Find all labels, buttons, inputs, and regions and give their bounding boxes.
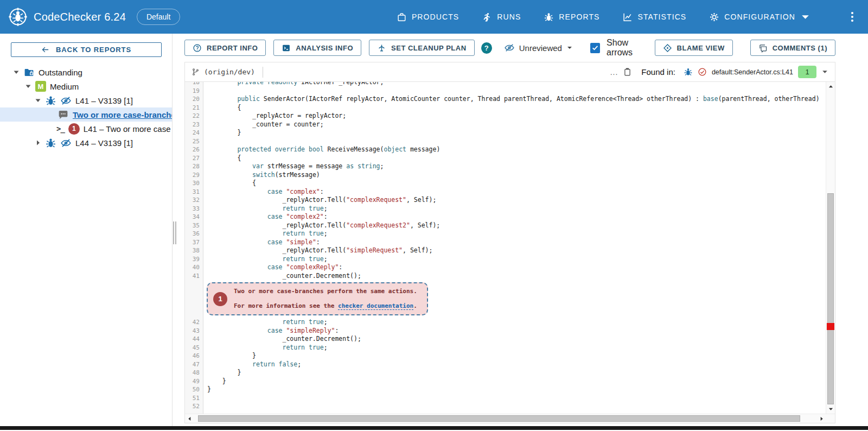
code-line[interactable]: 20 public SenderActor(IActorRef replyAct… [185,95,826,104]
comments-button[interactable]: COMMENTS (1) [750,40,835,56]
found-in-file-select[interactable]: default:SenderActor.cs:L41 [712,68,793,76]
line-number[interactable]: 27 [185,154,203,163]
line-number[interactable]: 18 [185,82,203,87]
line-number[interactable]: 35 [185,221,203,230]
line-number[interactable]: 45 [185,344,203,352]
code-line[interactable]: 33 return true; [185,205,826,213]
code-line[interactable]: 44 _counter.Decrement(); [185,335,826,344]
back-to-reports-button[interactable]: BACK TO REPORTS [11,42,162,57]
line-number[interactable]: 47 [185,360,203,369]
line-number[interactable]: 43 [185,327,203,335]
code-line[interactable]: 43 case "simpleReply": [185,327,826,335]
caret-right-icon[interactable] [35,140,41,146]
line-number[interactable]: 31 [185,188,203,197]
line-number[interactable]: 36 [185,230,203,238]
analysis-info-button[interactable]: ANALYSIS INFO [273,40,361,56]
horizontal-scroll-thumb[interactable] [198,415,800,422]
code-line[interactable]: 41 _counter.Decrement(); [185,272,826,281]
code-line[interactable]: 49 } [185,377,826,386]
code-line[interactable]: 30 { [185,179,826,188]
code-line[interactable]: 19 [185,87,826,96]
code-line[interactable]: 32 _replyActor.Tell("complexRequest", Se… [185,196,826,205]
line-number[interactable]: 20 [185,95,203,104]
scroll-left-arrow[interactable] [187,414,192,423]
line-number[interactable]: 48 [185,369,203,377]
line-number[interactable]: 33 [185,205,203,213]
code-line[interactable]: 34 case "complex2": [185,213,826,221]
code-line[interactable]: 46 } [185,352,826,360]
code-line[interactable]: 28 var strMessage = message as string; [185,162,826,171]
code-line[interactable]: 26 protected override bool ReceiveMessag… [185,145,826,154]
line-number[interactable]: 29 [185,171,203,180]
line-number[interactable]: 25 [185,137,203,146]
help-icon[interactable]: ? [481,42,492,54]
scroll-down-arrow[interactable] [826,404,835,414]
code-line[interactable]: 51 [185,394,826,403]
nav-runs[interactable]: RUNS [482,12,521,22]
show-arrows-checkbox[interactable] [590,43,600,53]
code-line[interactable]: 38 _replyActor.Tell("simpleRequest", Sel… [185,246,826,255]
caret-down-icon[interactable] [35,97,41,104]
horizontal-scrollbar[interactable] [185,414,835,423]
report-info-button[interactable]: REPORT INFO [184,40,266,56]
code-line[interactable]: 22 _replyActor = replyActor; [185,112,826,121]
vertical-scroll-thumb[interactable] [827,193,834,404]
tree-node-event[interactable]: >_ 1 L41 – Two or more case [0,122,172,136]
copy-path-icon[interactable] [623,67,632,77]
line-number[interactable]: 51 [185,394,203,403]
code-line[interactable]: 48 } [185,369,826,377]
tree-node-step-selected[interactable]: Two or more case-branche [0,107,172,122]
tree-node-outstanding[interactable]: Outstanding [0,65,172,79]
line-number[interactable]: 32 [185,196,203,205]
code-line[interactable]: 45 return true; [185,344,826,352]
checker-documentation-link[interactable]: checker documentation [338,302,413,310]
code-line[interactable]: 31 case "complex": [185,188,826,197]
code-line[interactable]: 29 switch(strMessage) [185,171,826,180]
line-number[interactable]: 28 [185,162,203,171]
nav-statistics[interactable]: STATISTICS [622,12,686,22]
product-badge[interactable]: Default [137,9,180,25]
chevron-down-icon[interactable] [821,68,828,75]
tree-node-report-l41[interactable]: L41 – V3139 [1] [0,93,172,107]
code-line[interactable]: 37 case "simple": [185,238,826,247]
code-line[interactable]: 24 } [185,129,826,137]
line-number[interactable]: 23 [185,121,203,129]
nav-reports[interactable]: REPORTS [544,12,599,22]
scroll-right-arrow[interactable] [819,414,824,423]
set-cleanup-plan-button[interactable]: SET CLEANUP PLAN [369,40,475,56]
line-number[interactable]: 21 [185,104,203,112]
line-number[interactable]: 37 [185,238,203,247]
bubble-step-badge[interactable]: 1 [213,292,227,306]
line-number[interactable]: 26 [185,145,203,154]
code-line[interactable]: 21 { [185,104,826,112]
vertical-scrollbar[interactable] [826,82,835,414]
code-line[interactable]: 27 { [185,154,826,163]
review-status-dropdown[interactable]: Unreviewed [504,42,573,53]
code-line[interactable]: 35 _replyActor.Tell("complexRequest2", S… [185,221,826,230]
code-line[interactable]: 18 private readonly IActorRef _replyActo… [185,82,826,87]
line-number[interactable]: 19 [185,87,203,96]
code-line[interactable]: 25 [185,137,826,146]
caret-down-icon[interactable] [25,83,31,90]
caret-down-icon[interactable] [13,69,20,75]
line-number[interactable]: 50 [185,385,203,394]
line-number[interactable]: 22 [185,112,203,121]
code-line[interactable]: 47 return false; [185,360,826,369]
path-ellipsis[interactable]: ... [610,68,618,77]
line-number[interactable]: 24 [185,129,203,137]
code-line[interactable]: 39 return true; [185,255,826,264]
code-line[interactable]: 52 [185,402,826,411]
line-number[interactable]: 44 [185,335,203,344]
tree-label-step[interactable]: Two or more case-branche [73,110,172,119]
code-line[interactable]: 42 return true; [185,318,826,327]
overflow-menu-button[interactable] [847,11,857,23]
code-line[interactable]: 36 return true; [185,230,826,238]
tree-node-severity-medium[interactable]: M Medium [0,79,172,93]
code-line[interactable]: 23 _counter = counter; [185,121,826,129]
line-number[interactable]: 39 [185,255,203,264]
line-number[interactable]: 41 [185,272,203,281]
line-number[interactable]: 34 [185,213,203,221]
tree-node-report-l44[interactable]: L44 – V3139 [1] [0,136,172,150]
line-number[interactable]: 52 [185,402,203,411]
blame-view-button[interactable]: BLAME VIEW [655,40,733,56]
